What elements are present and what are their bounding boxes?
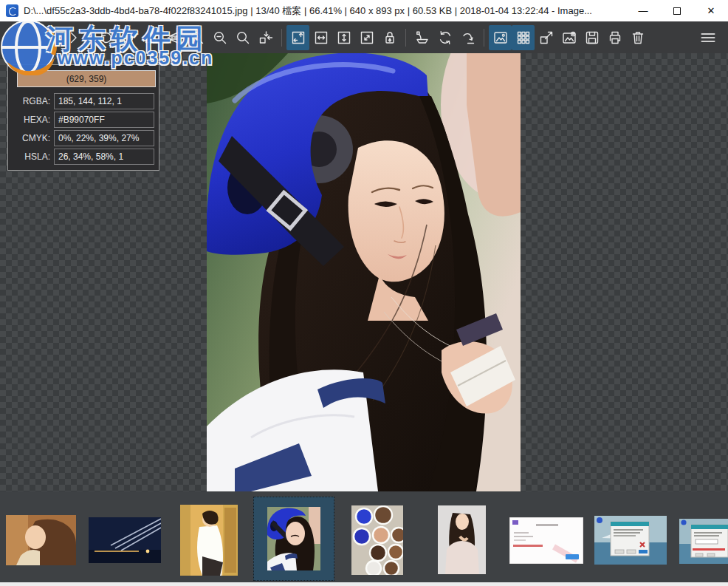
actual-size-button[interactable]	[254, 25, 277, 50]
toolbar-separator	[281, 29, 282, 47]
rotate-right-icon	[120, 29, 137, 47]
curved-arrow-down-icon	[459, 29, 477, 47]
thumbnail-bar	[0, 491, 728, 582]
print-button[interactable]	[603, 25, 626, 50]
window-bottom-edge	[0, 582, 728, 586]
hexa-value: #B99070FF	[54, 112, 154, 128]
scale-to-height-icon	[335, 29, 353, 47]
full-screen-button[interactable]	[535, 25, 557, 50]
grid-icon	[515, 29, 532, 47]
magnifier-icon	[234, 29, 252, 47]
slideshow-button[interactable]	[557, 25, 580, 50]
toolbar-separator	[89, 29, 89, 47]
title-bar: D:\...\df55c2a3-3ddb-4bd4-ba78-4f022f832…	[0, 0, 728, 21]
scale-to-fit-button[interactable]	[286, 25, 309, 50]
thumbnail-7[interactable]	[509, 517, 583, 564]
lock-icon	[381, 29, 399, 47]
lock-zoom-button[interactable]	[378, 25, 401, 50]
scale-to-height-button[interactable]	[332, 25, 355, 50]
image-icon	[492, 29, 509, 47]
chevron-left-icon	[41, 29, 59, 47]
app-icon	[6, 4, 18, 17]
thumbnail-4-selected-cell[interactable]	[253, 497, 334, 581]
cmyk-label: CMYK:	[13, 133, 54, 143]
hsla-value: 26, 34%, 58%, 1	[54, 149, 154, 165]
delete-button[interactable]	[626, 25, 649, 50]
toolbar	[0, 21, 728, 53]
zoom-to-fill-icon	[358, 29, 376, 47]
thumbnail-8[interactable]	[594, 516, 667, 565]
scale-to-width-button[interactable]	[309, 25, 332, 50]
hsla-label: HSLA:	[13, 151, 54, 162]
rgba-label: RGBA:	[13, 96, 54, 106]
printer-icon	[606, 29, 624, 47]
app-window: D:\...\df55c2a3-3ddb-4bd4-ba78-4f022f832…	[0, 0, 728, 586]
next-image-button[interactable]	[61, 25, 84, 50]
maximize-icon	[673, 7, 681, 15]
zoom-out-icon	[211, 29, 229, 47]
thumbnail-2[interactable]	[89, 517, 161, 563]
maximize-button[interactable]	[660, 0, 694, 21]
trash-icon	[629, 29, 647, 47]
scale-to-width-icon	[312, 29, 330, 47]
color-picker-button[interactable]	[411, 25, 433, 50]
rotate-left-icon	[97, 29, 114, 47]
scale-to-fit-icon	[289, 29, 307, 47]
rgba-value: 185, 144, 112, 1	[54, 93, 154, 109]
color-row-rgba: RGBA: 185, 144, 112, 1	[13, 93, 154, 109]
thumbnail-3[interactable]	[180, 505, 238, 576]
toolbar-separator	[484, 29, 484, 47]
refresh-icon	[436, 29, 454, 47]
checkerboard-background-button[interactable]	[489, 25, 512, 50]
refresh-button[interactable]	[433, 25, 456, 50]
viewed-photo[interactable]	[207, 53, 521, 491]
image-badge-icon	[560, 29, 578, 47]
color-row-hsla: HSLA: 26, 34%, 58%, 1	[13, 149, 154, 165]
rotate-left-button[interactable]	[94, 25, 117, 50]
color-swatch: (629, 359)	[17, 70, 156, 87]
flip-horizontal-icon	[142, 29, 160, 47]
hamburger-menu-icon	[698, 29, 718, 47]
zoom-to-fill-button[interactable]	[355, 25, 378, 50]
cmyk-value: 0%, 22%, 39%, 27%	[54, 130, 154, 146]
minimize-button[interactable]: —	[626, 0, 660, 21]
toolbar-separator	[405, 29, 406, 47]
previous-image-button[interactable]	[38, 25, 61, 50]
zoom-in-button[interactable]	[185, 25, 208, 50]
color-row-cmyk: CMYK: 0%, 22%, 39%, 27%	[13, 130, 154, 146]
thumbnail-4	[267, 507, 320, 570]
main-menu-button[interactable]	[696, 25, 719, 50]
rotate-right-button[interactable]	[117, 25, 140, 50]
magnifier-button[interactable]	[231, 25, 254, 50]
thumbnail-bar-button[interactable]	[512, 25, 535, 50]
expand-icon	[538, 29, 555, 47]
chevron-right-icon	[64, 29, 82, 47]
zoom-out-button[interactable]	[208, 25, 231, 50]
save-button[interactable]	[580, 25, 603, 50]
flip-horizontal-button[interactable]	[140, 25, 162, 50]
flip-vertical-icon	[165, 29, 183, 47]
goto-page-button[interactable]	[456, 25, 479, 50]
thumbnail-9[interactable]	[679, 519, 728, 564]
color-row-hexa: HEXA: #B99070FF	[13, 112, 154, 128]
window-title: D:\...\df55c2a3-3ddb-4bd4-ba78-4f022f832…	[24, 4, 626, 18]
color-picker-icon	[413, 29, 431, 47]
hexa-label: HEXA:	[13, 115, 54, 125]
actual-size-icon	[257, 29, 275, 47]
color-picker-panel: (629, 359) RGBA: 185, 144, 112, 1 HEXA: …	[7, 64, 159, 171]
thumbnail-6[interactable]	[438, 505, 486, 574]
flip-vertical-button[interactable]	[162, 25, 185, 50]
thumbnail-5[interactable]	[351, 505, 403, 575]
thumbnail-1[interactable]	[6, 515, 76, 565]
zoom-in-icon	[188, 29, 206, 47]
floppy-save-icon	[583, 29, 601, 47]
viewer-canvas[interactable]: (629, 359) RGBA: 185, 144, 112, 1 HEXA: …	[0, 53, 728, 491]
close-button[interactable]: ✕	[694, 0, 728, 21]
